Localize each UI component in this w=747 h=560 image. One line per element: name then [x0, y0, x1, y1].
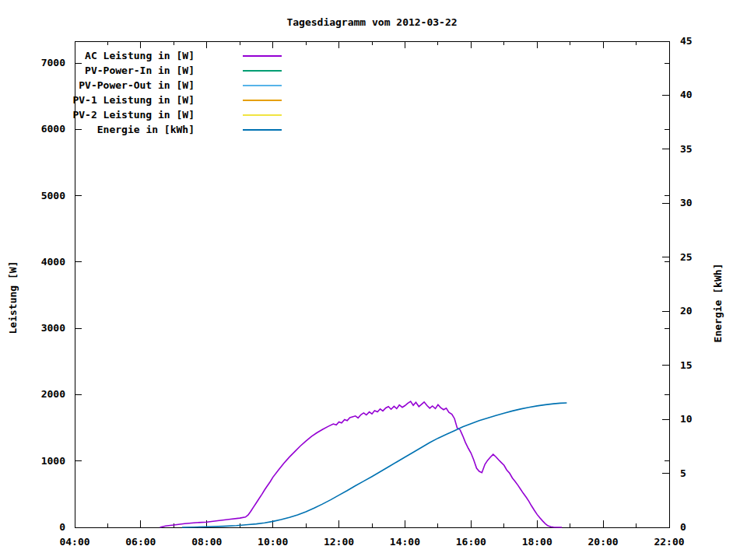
x-axis-tick-label: 06:00 [117, 536, 164, 548]
x-axis-tick-label: 12:00 [316, 536, 363, 548]
y2-axis-tick-label: 45 [680, 35, 711, 47]
y-axis-tick-label: 1000 [11, 455, 65, 467]
y2-axis-tick-label: 35 [680, 143, 711, 156]
legend-line-swatch [243, 100, 282, 101]
legend-line-swatch [243, 114, 282, 116]
legend-label: PV-1 Leistung in [W] [16, 94, 195, 107]
x-axis-tick-label: 14:00 [381, 536, 428, 548]
x-axis-tick-label: 08:00 [184, 536, 230, 548]
y-axis-tick-label: 5000 [11, 190, 65, 202]
x-axis-tick-label: 18:00 [514, 536, 560, 548]
y2-axis-tick-label: 40 [680, 89, 711, 101]
legend-label: Energie in [kWh] [16, 124, 195, 136]
chart-canvas: Tagesdiagramm vom 2012-03-22 Leistung [W… [0, 0, 747, 560]
x-axis-tick-label: 10:00 [250, 536, 296, 548]
legend-line-swatch [243, 70, 282, 72]
y2-axis-tick-label: 15 [680, 359, 711, 372]
legend-line-swatch [243, 129, 282, 131]
x-axis-tick-label: 04:00 [51, 536, 98, 548]
y2-axis-tick-label: 25 [680, 251, 711, 264]
y-axis-tick-label: 2000 [11, 388, 65, 401]
legend-label: PV-Power-Out in [W] [16, 79, 195, 92]
legend-label: AC Leistung in [W] [16, 50, 195, 62]
legend-line-swatch [243, 85, 282, 86]
energie-in-kwh-curve [182, 403, 567, 527]
y-axis-tick-label: 0 [11, 521, 65, 534]
legend-label: PV-Power-In in [W] [16, 65, 195, 77]
x-axis-tick-label: 20:00 [580, 536, 626, 548]
y2-axis-tick-label: 5 [680, 467, 711, 480]
y-axis-tick-label: 4000 [11, 256, 65, 268]
y2-axis-tick-label: 0 [680, 521, 711, 534]
legend-label: PV-2 Leistung in [W] [16, 109, 195, 121]
ac-leistung-in-w-curve [160, 401, 563, 527]
y2-axis-tick-label: 10 [680, 413, 711, 425]
y2-axis-tick-label: 20 [680, 305, 711, 317]
y2-axis-tick-label: 30 [680, 197, 711, 209]
y-axis-tick-label: 3000 [11, 322, 65, 334]
x-axis-tick-label: 16:00 [447, 536, 494, 548]
legend-line-swatch [243, 55, 282, 57]
x-axis-tick-label: 22:00 [646, 536, 693, 548]
